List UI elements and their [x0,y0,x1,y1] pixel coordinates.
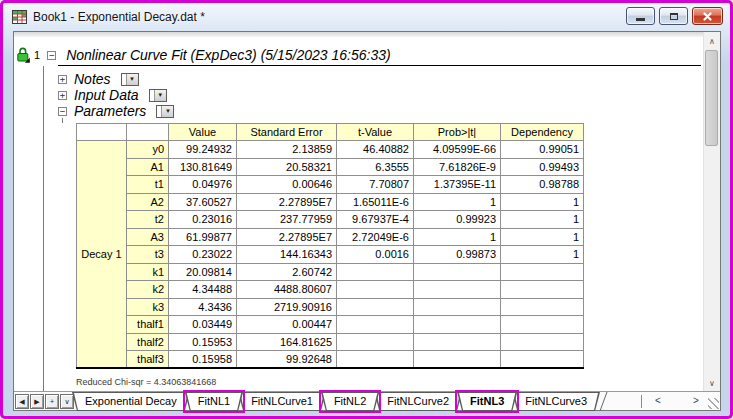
table-cell[interactable]: 0.04976 [169,176,237,194]
table-cell[interactable]: 4.3436 [169,298,237,316]
table-cell[interactable]: 2.27895E7 [237,228,337,246]
table-cell[interactable]: 1 [414,193,501,211]
title-bar[interactable]: Book1 - Exponential Decay.dat * [3,3,730,31]
collapse-toggle-report[interactable]: − [47,51,56,60]
table-cell[interactable]: 7.61826E-9 [414,158,501,176]
param-name-cell[interactable]: t2 [127,211,169,229]
tab-exponential-decay[interactable]: Exponential Decay [72,392,190,411]
table-cell[interactable]: 20.58321 [237,158,337,176]
table-cell[interactable] [414,316,501,334]
lock-icon[interactable] [16,47,30,63]
table-cell[interactable] [337,298,414,316]
tab-fitnlcurve1[interactable]: FitNLCurve1 [238,392,326,411]
tab-fitnlcurve3[interactable]: FitNLCurve3 [512,392,600,411]
param-name-cell[interactable]: k2 [127,281,169,299]
table-cell[interactable] [414,281,501,299]
table-cell[interactable]: 2719.90916 [237,298,337,316]
column-header[interactable]: Standard Error [237,124,337,141]
scroll-up-button[interactable]: ∧ [704,33,720,49]
table-cell[interactable]: 130.81649 [169,158,237,176]
param-name-cell[interactable]: y0 [127,141,169,159]
table-cell[interactable]: 2.13859 [237,141,337,159]
column-header[interactable]: t-Value [337,124,414,141]
table-cell[interactable]: 237.77959 [237,211,337,229]
section-dropdown-parameters[interactable]: ▼ [156,105,174,118]
table-cell[interactable] [414,263,501,281]
expand-toggle-parameters[interactable]: − [58,107,67,116]
table-cell[interactable]: 2.27895E7 [237,193,337,211]
table-cell[interactable]: 4.34488 [169,281,237,299]
table-cell[interactable] [501,263,584,281]
param-name-cell[interactable]: k3 [127,298,169,316]
param-name-cell[interactable]: thalf2 [127,333,169,351]
table-cell[interactable]: 4488.80607 [237,281,337,299]
param-name-cell[interactable]: A3 [127,228,169,246]
add-sheet-button[interactable]: + [45,394,59,409]
table-cell[interactable] [501,351,584,369]
table-cell[interactable]: 0.99873 [414,246,501,264]
tab-fitnl2[interactable]: FitNL2 [321,392,379,411]
close-button[interactable] [692,7,723,25]
table-cell[interactable]: 20.09814 [169,263,237,281]
tab-fitnlcurve2[interactable]: FitNLCurve2 [374,392,462,411]
table-cell[interactable]: 99.24932 [169,141,237,159]
table-cell[interactable] [337,263,414,281]
column-header[interactable]: Prob>|t| [414,124,501,141]
table-cell[interactable]: 0.03449 [169,316,237,334]
table-cell[interactable] [414,333,501,351]
table-cell[interactable] [414,298,501,316]
table-cell[interactable]: 144.16343 [237,246,337,264]
table-cell[interactable]: 0.99923 [414,211,501,229]
table-cell[interactable]: 0.99051 [501,141,584,159]
column-header[interactable] [127,124,169,141]
column-header[interactable]: Value [169,124,237,141]
table-cell[interactable] [501,316,584,334]
table-cell[interactable]: 0.98788 [501,176,584,194]
table-cell[interactable]: 99.92648 [237,351,337,369]
table-cell[interactable]: 0.00447 [237,316,337,334]
table-cell[interactable]: 1 [501,211,584,229]
table-cell[interactable]: 37.60527 [169,193,237,211]
table-cell[interactable]: 0.15953 [169,333,237,351]
minimize-button[interactable] [626,7,655,25]
table-cell[interactable]: 1.65011E-6 [337,193,414,211]
table-cell[interactable]: 1.37395E-11 [414,176,501,194]
param-name-cell[interactable]: A2 [127,193,169,211]
scroll-down-button[interactable]: ∨ [704,375,720,391]
table-cell[interactable]: 6.3555 [337,158,414,176]
table-cell[interactable]: 0.23016 [169,211,237,229]
table-cell[interactable]: 0.15958 [169,351,237,369]
table-cell[interactable] [501,281,584,299]
section-dropdown-input-data[interactable]: ▼ [149,89,167,102]
expand-toggle-notes[interactable]: + [58,75,67,84]
column-header[interactable] [77,124,127,141]
tab-fitnl3[interactable]: FitNL3 [457,392,517,411]
scrollbar-thumb[interactable] [705,50,718,146]
table-cell[interactable]: 1 [501,228,584,246]
table-cell[interactable] [337,333,414,351]
section-dropdown-notes[interactable]: ▼ [121,73,139,86]
group-cell[interactable]: Decay 1 [77,141,127,369]
table-cell[interactable]: 7.70807 [337,176,414,194]
expand-toggle-input-data[interactable]: + [58,91,67,100]
vertical-scrollbar[interactable]: ∧ ∨ [703,32,720,391]
tab-fitnl1[interactable]: FitNL1 [185,392,243,411]
column-header[interactable]: Dependency [501,124,584,141]
table-cell[interactable]: 1 [414,228,501,246]
table-cell[interactable]: 0.00646 [237,176,337,194]
table-cell[interactable]: 2.60742 [237,263,337,281]
restore-button[interactable] [659,7,688,25]
tab-scroll-left-button[interactable]: < [650,392,666,410]
param-name-cell[interactable]: t1 [127,176,169,194]
table-cell[interactable]: 9.67937E-4 [337,211,414,229]
table-cell[interactable]: 164.81625 [237,333,337,351]
table-cell[interactable]: 4.09599E-66 [414,141,501,159]
tab-scroll-right-button[interactable]: > [688,392,704,410]
table-cell[interactable] [501,298,584,316]
param-name-cell[interactable]: A1 [127,158,169,176]
tab-next-button[interactable]: ▶ [30,394,44,409]
table-cell[interactable] [337,316,414,334]
table-cell[interactable]: 61.99877 [169,228,237,246]
param-name-cell[interactable]: thalf1 [127,316,169,334]
tab-prev-button[interactable]: ◀ [15,394,29,409]
